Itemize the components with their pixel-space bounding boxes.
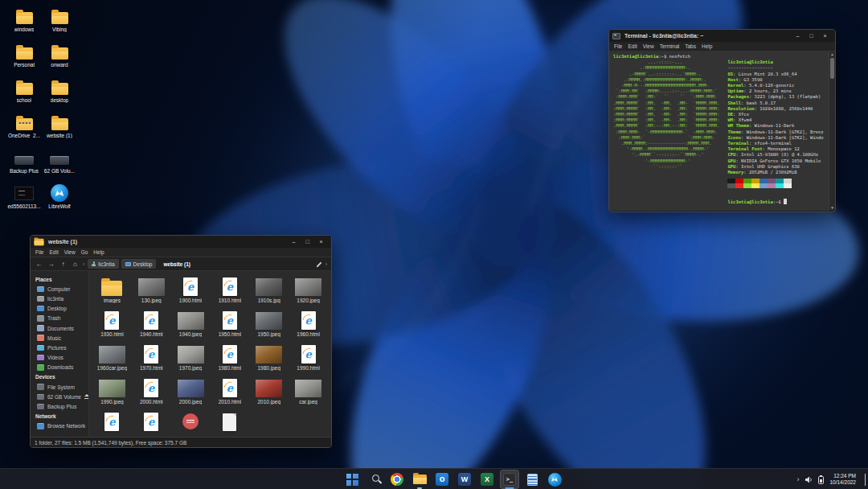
sidebar-item[interactable]: Videos bbox=[35, 353, 88, 363]
hidden-icons-chevron[interactable]: › bbox=[796, 475, 799, 483]
desktop-icon[interactable]: Vibing bbox=[42, 5, 77, 40]
file-item[interactable]: 1930.html bbox=[92, 307, 132, 341]
desktop-icon[interactable]: Backup Plus bbox=[6, 146, 42, 182]
desktop-icon[interactable]: desktop bbox=[42, 76, 77, 111]
start-button[interactable] bbox=[342, 470, 362, 489]
librewolf-button[interactable] bbox=[545, 470, 564, 489]
desktop-icon[interactable]: ed55602113... bbox=[6, 182, 42, 217]
terminal-window[interactable]: Terminal - lic3ntia@lic3ntia: ~ – □ × Fi… bbox=[608, 29, 836, 212]
file-item[interactable]: 1900.html bbox=[171, 273, 211, 307]
terminal-menu-item[interactable]: Terminal bbox=[660, 43, 680, 49]
file-item[interactable]: 1980.html bbox=[210, 341, 249, 375]
file-item[interactable]: 1950.jpeg bbox=[249, 307, 289, 341]
desktop-icon[interactable]: website (1) bbox=[42, 111, 77, 146]
terminal-menu-item[interactable]: Help bbox=[702, 43, 712, 49]
up-button[interactable]: ↑ bbox=[59, 261, 68, 268]
file-item[interactable]: 1910.html bbox=[210, 273, 249, 307]
sidebar-item[interactable]: Network bbox=[35, 412, 88, 421]
toolbar-more-icon[interactable]: › bbox=[326, 261, 327, 267]
file-item[interactable]: 1990.jpeg bbox=[92, 375, 132, 409]
file-manager-menu-item[interactable]: Edit bbox=[49, 249, 58, 255]
close-button[interactable]: × bbox=[818, 31, 832, 41]
breadcrumb-item[interactable]: lic3ntia bbox=[88, 259, 118, 269]
file-item[interactable]: 1940.jpeg bbox=[171, 307, 211, 341]
file-item[interactable]: 1960car.jpeg bbox=[92, 341, 132, 375]
desktop-icon[interactable]: OneDrive_2... bbox=[6, 111, 42, 146]
file-item[interactable]: 2010.jpeg bbox=[249, 375, 289, 409]
terminal-scrollbar[interactable]: ▲ ▼ bbox=[829, 51, 835, 211]
file-item[interactable]: 1920.jpeg bbox=[289, 273, 328, 307]
notes-button[interactable] bbox=[522, 470, 542, 489]
sidebar-item[interactable]: 62 GB Volume bbox=[35, 392, 88, 401]
file-item[interactable]: 1950.html bbox=[210, 307, 249, 341]
sidebar-item[interactable]: Documents bbox=[35, 323, 88, 333]
file-item[interactable]: 1960.html bbox=[289, 307, 328, 341]
edit-path-icon[interactable] bbox=[315, 261, 322, 268]
file-manager-menu-item[interactable]: File bbox=[35, 249, 43, 255]
file-item[interactable]: 1990.html bbox=[289, 341, 328, 375]
clock[interactable]: 12:24 PM 10/14/2022 bbox=[829, 473, 856, 486]
sidebar-item[interactable]: Computer bbox=[35, 284, 88, 294]
scrollbar-thumb[interactable] bbox=[830, 58, 834, 79]
chrome-button[interactable] bbox=[387, 470, 407, 489]
desktop-icon[interactable]: onward bbox=[42, 40, 77, 76]
file-item[interactable]: images bbox=[92, 273, 132, 307]
terminal-body[interactable]: lic3ntia@lic3ntia:~$ neofetch ...-:::::-… bbox=[609, 51, 835, 211]
terminal-titlebar[interactable]: Terminal - lic3ntia@lic3ntia: ~ – □ × bbox=[609, 30, 835, 42]
file-item[interactable]: 2010.html bbox=[210, 375, 249, 409]
close-button[interactable]: × bbox=[314, 236, 328, 247]
outlook-button[interactable] bbox=[432, 470, 452, 489]
file-manager-menu-item[interactable]: Help bbox=[93, 249, 104, 255]
maximize-button[interactable]: □ bbox=[301, 236, 314, 247]
desktop-icon[interactable]: Personal bbox=[6, 40, 42, 76]
file-item[interactable]: 1970.jpeg bbox=[171, 341, 211, 375]
sidebar-item[interactable]: Backup Plus bbox=[35, 401, 88, 411]
breadcrumb-current[interactable]: website (1) bbox=[159, 259, 194, 269]
sidebar-item[interactable]: Trash bbox=[35, 314, 88, 323]
battery-icon[interactable] bbox=[818, 475, 824, 484]
sidebar-item[interactable]: lic3ntia bbox=[35, 294, 88, 303]
minimize-button[interactable]: – bbox=[287, 236, 301, 247]
home-button[interactable]: ⌂ bbox=[71, 261, 80, 268]
terminal-menu-item[interactable]: Tabs bbox=[685, 43, 696, 49]
sidebar-item[interactable]: Browse Network bbox=[35, 421, 88, 431]
sidebar-item[interactable]: Devices bbox=[35, 372, 88, 382]
sidebar-item[interactable]: File System bbox=[35, 382, 88, 392]
file-manager-titlebar[interactable]: website (1) – □ × bbox=[31, 236, 331, 248]
file-item[interactable] bbox=[92, 409, 132, 437]
speaker-icon[interactable] bbox=[805, 476, 813, 483]
desktop-icon[interactable]: windows bbox=[6, 5, 42, 40]
file-item[interactable]: 1980.jpeg bbox=[249, 341, 289, 375]
file-item[interactable]: 130.jpeg bbox=[132, 273, 171, 307]
search-button[interactable] bbox=[365, 470, 384, 489]
file-item[interactable]: 1940.html bbox=[132, 307, 171, 341]
sidebar-item[interactable]: Places bbox=[35, 274, 88, 284]
scroll-up-icon[interactable]: ▲ bbox=[829, 51, 835, 57]
desktop-icon[interactable]: school bbox=[6, 76, 42, 111]
desktop-icon[interactable]: LibreWolf bbox=[42, 182, 77, 217]
file-manager-menu-item[interactable]: Go bbox=[81, 249, 88, 255]
file-item[interactable]: 1970.html bbox=[132, 341, 171, 375]
terminal-menu-item[interactable]: View bbox=[643, 43, 654, 49]
excel-button[interactable]: X bbox=[477, 470, 497, 489]
file-manager-menu-item[interactable]: View bbox=[64, 249, 76, 255]
sidebar-item[interactable]: Downloads bbox=[35, 363, 88, 372]
desktop-icon[interactable]: 62 GB Volu... bbox=[42, 146, 77, 182]
sidebar-item[interactable]: Music bbox=[35, 333, 88, 343]
file-item[interactable]: car.jpeg bbox=[289, 375, 328, 409]
file-item[interactable] bbox=[132, 409, 171, 437]
back-button[interactable]: ← bbox=[35, 261, 43, 268]
minimize-button[interactable]: – bbox=[791, 31, 805, 41]
word-button[interactable]: W bbox=[455, 470, 474, 489]
terminal-button[interactable]: >_ bbox=[500, 470, 519, 489]
sidebar-item[interactable]: Pictures bbox=[35, 343, 88, 352]
file-item[interactable] bbox=[210, 409, 249, 437]
file-explorer-button[interactable] bbox=[410, 470, 429, 489]
breadcrumb-item[interactable]: Desktop bbox=[121, 259, 157, 269]
maximize-button[interactable]: □ bbox=[805, 31, 818, 41]
terminal-menu-item[interactable]: File bbox=[614, 43, 622, 49]
breadcrumb-overflow-icon[interactable]: ‹ bbox=[83, 261, 84, 267]
file-manager-window[interactable]: website (1) – □ × FileEditViewGoHelp ← →… bbox=[30, 235, 332, 448]
scroll-down-icon[interactable]: ▼ bbox=[829, 205, 835, 211]
terminal-menu-item[interactable]: Edit bbox=[628, 43, 637, 49]
